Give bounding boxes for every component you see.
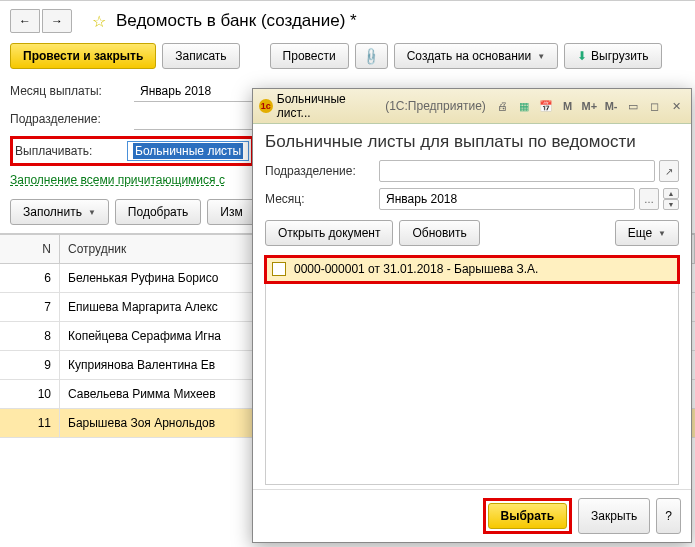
checkbox[interactable] (272, 262, 286, 276)
list-item-label: 0000-000001 от 31.01.2018 - Барышева З.А… (294, 262, 538, 276)
cell-n: 8 (0, 322, 60, 350)
close-icon[interactable]: ✕ (667, 98, 685, 114)
close-button[interactable]: Закрыть (578, 498, 650, 534)
month-label: Месяц выплаты: (10, 84, 128, 98)
more-button[interactable]: Еще▼ (615, 220, 679, 246)
post-button[interactable]: Провести (270, 43, 349, 69)
save-button[interactable]: Записать (162, 43, 239, 69)
fill-all-link[interactable]: Заполнение всеми причитающимися с (10, 173, 225, 187)
modal-month-label: Месяц: (265, 192, 375, 206)
sick-leave-modal: 1c Больничные лист... (1С:Предприятие) 🖨… (252, 88, 692, 543)
export-icon: ⬇ (577, 49, 587, 63)
modal-window-title: Больничные лист... (277, 92, 381, 120)
favorite-icon[interactable]: ☆ (92, 12, 106, 31)
month-value: Январь 2018 (140, 84, 211, 98)
document-list: 0000-000001 от 31.01.2018 - Барышева З.А… (265, 256, 679, 485)
modal-dept-label: Подразделение: (265, 164, 375, 178)
modal-window-subtitle: (1С:Предприятие) (385, 99, 486, 113)
col-header-n[interactable]: N (0, 235, 60, 263)
cell-n: 6 (0, 264, 60, 292)
pay-label: Выплачивать: (15, 144, 127, 158)
spin-down-icon[interactable]: ▼ (663, 199, 679, 210)
pay-highlight: Выплачивать: Больничные листы (10, 136, 254, 166)
modal-dept-field[interactable] (379, 160, 655, 182)
dept-label: Подразделение: (10, 112, 128, 126)
chevron-down-icon: ▼ (88, 208, 96, 217)
chevron-down-icon: ▼ (658, 229, 666, 238)
cell-n: 11 (0, 409, 60, 437)
minimize-icon[interactable]: ▭ (624, 98, 642, 114)
help-button[interactable]: ? (656, 498, 681, 534)
create-based-label: Создать на основании (407, 49, 532, 63)
list-item[interactable]: 0000-000001 от 31.01.2018 - Барышева З.А… (266, 257, 678, 282)
cell-n: 7 (0, 293, 60, 321)
export-button[interactable]: ⬇Выгрузить (564, 43, 662, 69)
select-button[interactable]: Выбрать (488, 503, 568, 529)
create-based-button[interactable]: Создать на основании▼ (394, 43, 558, 69)
pick-button[interactable]: Подобрать (115, 199, 201, 225)
m-plus-button[interactable]: M+ (581, 98, 599, 114)
maximize-icon[interactable]: ◻ (646, 98, 664, 114)
ellipsis-button[interactable]: … (639, 188, 659, 210)
attach-button[interactable]: 📎 (355, 43, 388, 69)
cell-n: 10 (0, 380, 60, 408)
select-highlight: Выбрать (483, 498, 573, 534)
spin-up-icon[interactable]: ▲ (663, 188, 679, 199)
pay-field[interactable]: Больничные листы (127, 141, 249, 161)
calendar-icon[interactable]: 📅 (537, 98, 555, 114)
page-title: Ведомость в банк (создание) * (116, 11, 357, 31)
m-minus-button[interactable]: M- (602, 98, 620, 114)
modal-month-field[interactable]: Январь 2018 (379, 188, 635, 210)
modal-heading: Больничные листы для выплаты по ведомост… (265, 132, 679, 152)
back-button[interactable]: ← (10, 9, 40, 33)
fill-label: Заполнить (23, 205, 82, 219)
open-ref-icon[interactable]: ↗ (659, 160, 679, 182)
submit-close-button[interactable]: Провести и закрыть (10, 43, 156, 69)
more-label: Еще (628, 226, 652, 240)
fill-button[interactable]: Заполнить▼ (10, 199, 109, 225)
paperclip-icon: 📎 (361, 46, 382, 67)
print-icon[interactable]: 🖨 (494, 98, 512, 114)
app-icon: 1c (259, 99, 273, 113)
m-button[interactable]: M (559, 98, 577, 114)
edit-button[interactable]: Изм (207, 199, 255, 225)
refresh-button[interactable]: Обновить (399, 220, 479, 246)
pay-value: Больничные листы (133, 143, 243, 159)
modal-month-value: Январь 2018 (386, 192, 457, 206)
open-doc-button[interactable]: Открыть документ (265, 220, 393, 246)
forward-button[interactable]: → (42, 9, 72, 33)
calc-icon[interactable]: ▦ (515, 98, 533, 114)
chevron-down-icon: ▼ (537, 52, 545, 61)
cell-n: 9 (0, 351, 60, 379)
export-label: Выгрузить (591, 49, 649, 63)
